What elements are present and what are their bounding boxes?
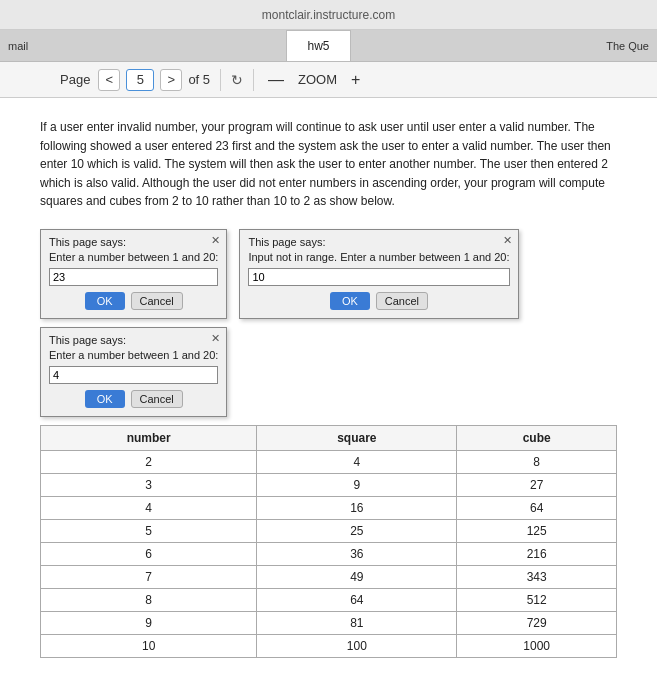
- table-cell-6-1: 64: [257, 588, 457, 611]
- dialog-3-buttons: OK Cancel: [49, 390, 218, 408]
- table-row: 749343: [41, 565, 617, 588]
- dialog-row-1: ✕ This page says: Enter a number between…: [40, 229, 617, 319]
- table-cell-4-2: 216: [457, 542, 617, 565]
- dialog-2-title: This page says:: [248, 236, 509, 248]
- dialog-3-message: Enter a number between 1 and 20:: [49, 349, 218, 361]
- col-header-square: square: [257, 425, 457, 450]
- dialog-2-cancel-button[interactable]: Cancel: [376, 292, 428, 310]
- table-row: 101001000: [41, 634, 617, 657]
- table-cell-2-1: 16: [257, 496, 457, 519]
- description-text: If a user enter invalid number, your pro…: [40, 118, 617, 211]
- zoom-out-button[interactable]: —: [264, 71, 288, 89]
- table-row: 636216: [41, 542, 617, 565]
- next-page-button[interactable]: >: [160, 69, 182, 91]
- dialog-3-close[interactable]: ✕: [211, 332, 220, 345]
- table-cell-1-2: 27: [457, 473, 617, 496]
- refresh-button[interactable]: ↻: [231, 72, 243, 88]
- dialog-1-title: This page says:: [49, 236, 218, 248]
- table-cell-3-2: 125: [457, 519, 617, 542]
- table-cell-5-1: 49: [257, 565, 457, 588]
- table-cell-0-1: 4: [257, 450, 457, 473]
- dialog-1-message: Enter a number between 1 and 20:: [49, 251, 218, 263]
- col-header-cube: cube: [457, 425, 617, 450]
- toolbar-separator-2: [253, 69, 254, 91]
- dialog-3-ok-button[interactable]: OK: [85, 390, 125, 408]
- table-cell-7-2: 729: [457, 611, 617, 634]
- dialog-1-buttons: OK Cancel: [49, 292, 218, 310]
- table-cell-7-1: 81: [257, 611, 457, 634]
- table-cell-0-2: 8: [457, 450, 617, 473]
- table-cell-2-0: 4: [41, 496, 257, 519]
- dialog-1-ok-button[interactable]: OK: [85, 292, 125, 310]
- zoom-in-button[interactable]: +: [347, 71, 364, 89]
- table-row: 981729: [41, 611, 617, 634]
- table-cell-1-1: 9: [257, 473, 457, 496]
- url-text: montclair.instructure.com: [262, 8, 395, 22]
- table-cell-5-0: 7: [41, 565, 257, 588]
- browser-url-bar: montclair.instructure.com: [0, 0, 657, 30]
- table-row: 3927: [41, 473, 617, 496]
- main-content: If a user enter invalid number, your pro…: [0, 98, 657, 700]
- page-number: 5: [126, 69, 154, 91]
- table-row: 248: [41, 450, 617, 473]
- dialog-3-cancel-button[interactable]: Cancel: [131, 390, 183, 408]
- table-cell-6-0: 8: [41, 588, 257, 611]
- table-row: 525125: [41, 519, 617, 542]
- dialog-3: ✕ This page says: Enter a number between…: [40, 327, 227, 417]
- table-cell-7-0: 9: [41, 611, 257, 634]
- table-cell-1-0: 3: [41, 473, 257, 496]
- table-header-row: number square cube: [41, 425, 617, 450]
- tab-bar: mail hw5 The Que: [0, 30, 657, 62]
- dialog-2-buttons: OK Cancel: [248, 292, 509, 310]
- table-cell-6-2: 512: [457, 588, 617, 611]
- tab-center: hw5: [60, 30, 577, 61]
- dialog-3-title: This page says:: [49, 334, 218, 346]
- dialog-1-close[interactable]: ✕: [211, 234, 220, 247]
- page-of-label: of 5: [188, 72, 210, 87]
- dialog-1-cancel-button[interactable]: Cancel: [131, 292, 183, 310]
- tab-hw5[interactable]: hw5: [286, 30, 350, 61]
- zoom-label: ZOOM: [298, 72, 337, 87]
- table-cell-8-2: 1000: [457, 634, 617, 657]
- dialog-row-2: ✕ This page says: Enter a number between…: [40, 327, 617, 417]
- table-cell-3-0: 5: [41, 519, 257, 542]
- table-cell-5-2: 343: [457, 565, 617, 588]
- dialog-1: ✕ This page says: Enter a number between…: [40, 229, 227, 319]
- dialog-2-ok-button[interactable]: OK: [330, 292, 370, 310]
- tab-right[interactable]: The Que: [577, 30, 657, 61]
- table-cell-3-1: 25: [257, 519, 457, 542]
- data-table: number square cube 248392741664525125636…: [40, 425, 617, 658]
- prev-page-button[interactable]: <: [98, 69, 120, 91]
- table-row: 864512: [41, 588, 617, 611]
- toolbar-separator-1: [220, 69, 221, 91]
- table-cell-8-1: 100: [257, 634, 457, 657]
- table-row: 41664: [41, 496, 617, 519]
- tab-mail[interactable]: mail: [0, 30, 60, 61]
- dialog-2-input[interactable]: [248, 268, 509, 286]
- table-cell-4-1: 36: [257, 542, 457, 565]
- dialog-2-message: Input not in range. Enter a number betwe…: [248, 251, 509, 263]
- dialog-2: ✕ This page says: Input not in range. En…: [239, 229, 518, 319]
- table-cell-4-0: 6: [41, 542, 257, 565]
- table-cell-2-2: 64: [457, 496, 617, 519]
- toolbar: Page < 5 > of 5 ↻ — ZOOM +: [0, 62, 657, 98]
- table-cell-8-0: 10: [41, 634, 257, 657]
- dialog-1-input[interactable]: [49, 268, 218, 286]
- page-label: Page: [60, 72, 90, 87]
- dialog-3-input[interactable]: [49, 366, 218, 384]
- dialog-2-close[interactable]: ✕: [503, 234, 512, 247]
- table-cell-0-0: 2: [41, 450, 257, 473]
- col-header-number: number: [41, 425, 257, 450]
